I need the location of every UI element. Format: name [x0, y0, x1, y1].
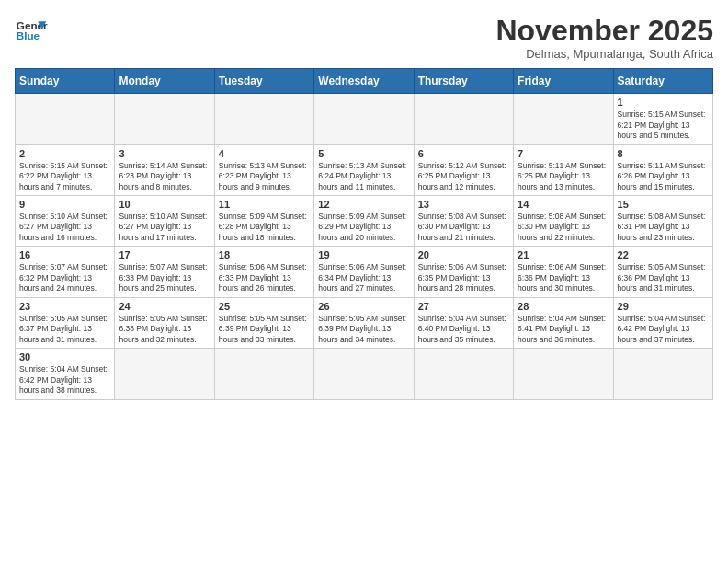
month-title: November 2025: [495, 15, 713, 47]
day-number: 11: [219, 199, 310, 210]
day-sun-info: Sunrise: 5:04 AM Sunset: 6:42 PM Dayligh…: [19, 364, 110, 396]
calendar-day-cell: 2Sunrise: 5:15 AM Sunset: 6:22 PM Daylig…: [16, 144, 115, 195]
calendar-day-cell: [314, 94, 414, 144]
calendar-day-cell: [214, 94, 313, 144]
calendar-day-cell: [115, 349, 214, 399]
day-sun-info: Sunrise: 5:06 AM Sunset: 6:34 PM Dayligh…: [318, 262, 409, 293]
calendar-day-cell: 17Sunrise: 5:07 AM Sunset: 6:33 PM Dayli…: [115, 247, 214, 297]
day-number: 15: [618, 199, 709, 210]
day-number: 29: [618, 301, 709, 312]
day-number: 3: [119, 148, 210, 159]
day-sun-info: Sunrise: 5:12 AM Sunset: 6:25 PM Dayligh…: [418, 161, 509, 192]
day-sun-info: Sunrise: 5:09 AM Sunset: 6:28 PM Dayligh…: [219, 212, 310, 243]
calendar-day-cell: 5Sunrise: 5:13 AM Sunset: 6:24 PM Daylig…: [314, 144, 414, 195]
day-number: 14: [518, 199, 609, 210]
day-sun-info: Sunrise: 5:06 AM Sunset: 6:36 PM Dayligh…: [518, 262, 609, 293]
day-number: 27: [418, 301, 509, 312]
calendar-week-row: 23Sunrise: 5:05 AM Sunset: 6:37 PM Dayli…: [16, 297, 713, 348]
day-sun-info: Sunrise: 5:05 AM Sunset: 6:37 PM Dayligh…: [19, 314, 110, 345]
day-sun-info: Sunrise: 5:04 AM Sunset: 6:40 PM Dayligh…: [418, 314, 509, 345]
calendar-day-cell: 21Sunrise: 5:06 AM Sunset: 6:36 PM Dayli…: [514, 247, 613, 297]
weekday-header-thursday: Thursday: [414, 69, 513, 94]
calendar-day-cell: 11Sunrise: 5:09 AM Sunset: 6:28 PM Dayli…: [214, 196, 313, 247]
calendar-day-cell: 20Sunrise: 5:06 AM Sunset: 6:35 PM Dayli…: [414, 247, 513, 297]
calendar-day-cell: 15Sunrise: 5:08 AM Sunset: 6:31 PM Dayli…: [613, 196, 712, 247]
calendar-week-row: 16Sunrise: 5:07 AM Sunset: 6:32 PM Dayli…: [16, 247, 713, 297]
day-number: 23: [19, 301, 110, 312]
calendar-week-row: 9Sunrise: 5:10 AM Sunset: 6:27 PM Daylig…: [16, 196, 713, 247]
logo-icon: General Blue: [15, 15, 48, 48]
calendar-day-cell: 25Sunrise: 5:05 AM Sunset: 6:39 PM Dayli…: [214, 297, 313, 348]
day-sun-info: Sunrise: 5:05 AM Sunset: 6:39 PM Dayligh…: [219, 314, 310, 345]
calendar-day-cell: 3Sunrise: 5:14 AM Sunset: 6:23 PM Daylig…: [115, 144, 214, 195]
page-header: General Blue November 2025 Delmas, Mpuma…: [15, 15, 713, 61]
day-sun-info: Sunrise: 5:09 AM Sunset: 6:29 PM Dayligh…: [318, 212, 409, 243]
day-sun-info: Sunrise: 5:06 AM Sunset: 6:35 PM Dayligh…: [418, 262, 509, 293]
calendar-day-cell: [514, 349, 613, 399]
calendar-day-cell: 9Sunrise: 5:10 AM Sunset: 6:27 PM Daylig…: [16, 196, 115, 247]
day-number: 17: [119, 249, 210, 260]
day-number: 24: [119, 301, 210, 312]
day-sun-info: Sunrise: 5:08 AM Sunset: 6:30 PM Dayligh…: [518, 212, 609, 243]
day-number: 7: [518, 148, 609, 159]
day-number: 16: [19, 249, 110, 260]
day-number: 10: [119, 199, 210, 210]
day-sun-info: Sunrise: 5:04 AM Sunset: 6:41 PM Dayligh…: [518, 314, 609, 345]
calendar-day-cell: [414, 349, 513, 399]
day-sun-info: Sunrise: 5:05 AM Sunset: 6:38 PM Dayligh…: [119, 314, 210, 345]
location-subtitle: Delmas, Mpumalanga, South Africa: [495, 47, 713, 61]
calendar-day-cell: 16Sunrise: 5:07 AM Sunset: 6:32 PM Dayli…: [16, 247, 115, 297]
day-number: 18: [219, 249, 310, 260]
svg-text:Blue: Blue: [17, 29, 40, 41]
calendar-day-cell: 13Sunrise: 5:08 AM Sunset: 6:30 PM Dayli…: [414, 196, 513, 247]
calendar-day-cell: 7Sunrise: 5:11 AM Sunset: 6:25 PM Daylig…: [514, 144, 613, 195]
day-number: 26: [318, 301, 409, 312]
calendar-day-cell: 26Sunrise: 5:05 AM Sunset: 6:39 PM Dayli…: [314, 297, 414, 348]
day-number: 30: [19, 351, 110, 362]
day-sun-info: Sunrise: 5:05 AM Sunset: 6:39 PM Dayligh…: [318, 314, 409, 345]
day-sun-info: Sunrise: 5:13 AM Sunset: 6:24 PM Dayligh…: [318, 161, 409, 192]
day-sun-info: Sunrise: 5:11 AM Sunset: 6:25 PM Dayligh…: [518, 161, 609, 192]
day-sun-info: Sunrise: 5:15 AM Sunset: 6:22 PM Dayligh…: [19, 161, 110, 192]
calendar-day-cell: 4Sunrise: 5:13 AM Sunset: 6:23 PM Daylig…: [214, 144, 313, 195]
calendar-day-cell: [214, 349, 313, 399]
weekday-header-sunday: Sunday: [16, 69, 115, 94]
calendar-week-row: 1Sunrise: 5:15 AM Sunset: 6:21 PM Daylig…: [16, 94, 713, 144]
calendar-week-row: 2Sunrise: 5:15 AM Sunset: 6:22 PM Daylig…: [16, 144, 713, 195]
calendar-day-cell: 1Sunrise: 5:15 AM Sunset: 6:21 PM Daylig…: [613, 94, 712, 144]
calendar-day-cell: 10Sunrise: 5:10 AM Sunset: 6:27 PM Dayli…: [115, 196, 214, 247]
calendar-table: SundayMondayTuesdayWednesdayThursdayFrid…: [15, 68, 713, 399]
calendar-day-cell: [514, 94, 613, 144]
logo: General Blue: [15, 15, 48, 48]
day-sun-info: Sunrise: 5:07 AM Sunset: 6:33 PM Dayligh…: [119, 262, 210, 293]
day-number: 20: [418, 249, 509, 260]
calendar-day-cell: 12Sunrise: 5:09 AM Sunset: 6:29 PM Dayli…: [314, 196, 414, 247]
calendar-day-cell: 14Sunrise: 5:08 AM Sunset: 6:30 PM Dayli…: [514, 196, 613, 247]
title-block: November 2025 Delmas, Mpumalanga, South …: [495, 15, 713, 61]
day-number: 25: [219, 301, 310, 312]
day-number: 4: [219, 148, 310, 159]
calendar-day-cell: 30Sunrise: 5:04 AM Sunset: 6:42 PM Dayli…: [16, 349, 115, 399]
calendar-day-cell: 19Sunrise: 5:06 AM Sunset: 6:34 PM Dayli…: [314, 247, 414, 297]
calendar-day-cell: [16, 94, 115, 144]
day-number: 2: [19, 148, 110, 159]
day-number: 9: [19, 199, 110, 210]
day-sun-info: Sunrise: 5:15 AM Sunset: 6:21 PM Dayligh…: [618, 109, 709, 141]
calendar-day-cell: [414, 94, 513, 144]
weekday-header-tuesday: Tuesday: [214, 69, 313, 94]
weekday-header-row: SundayMondayTuesdayWednesdayThursdayFrid…: [16, 69, 713, 94]
day-sun-info: Sunrise: 5:08 AM Sunset: 6:31 PM Dayligh…: [618, 212, 709, 243]
calendar-day-cell: 28Sunrise: 5:04 AM Sunset: 6:41 PM Dayli…: [514, 297, 613, 348]
calendar-week-row: 30Sunrise: 5:04 AM Sunset: 6:42 PM Dayli…: [16, 349, 713, 399]
calendar-day-cell: 8Sunrise: 5:11 AM Sunset: 6:26 PM Daylig…: [613, 144, 712, 195]
weekday-header-monday: Monday: [115, 69, 214, 94]
day-sun-info: Sunrise: 5:10 AM Sunset: 6:27 PM Dayligh…: [19, 212, 110, 243]
calendar-day-cell: [115, 94, 214, 144]
day-number: 19: [318, 249, 409, 260]
day-sun-info: Sunrise: 5:10 AM Sunset: 6:27 PM Dayligh…: [119, 212, 210, 243]
calendar-day-cell: 23Sunrise: 5:05 AM Sunset: 6:37 PM Dayli…: [16, 297, 115, 348]
day-sun-info: Sunrise: 5:07 AM Sunset: 6:32 PM Dayligh…: [19, 262, 110, 293]
calendar-day-cell: 18Sunrise: 5:06 AM Sunset: 6:33 PM Dayli…: [214, 247, 313, 297]
calendar-day-cell: 24Sunrise: 5:05 AM Sunset: 6:38 PM Dayli…: [115, 297, 214, 348]
day-sun-info: Sunrise: 5:06 AM Sunset: 6:33 PM Dayligh…: [219, 262, 310, 293]
